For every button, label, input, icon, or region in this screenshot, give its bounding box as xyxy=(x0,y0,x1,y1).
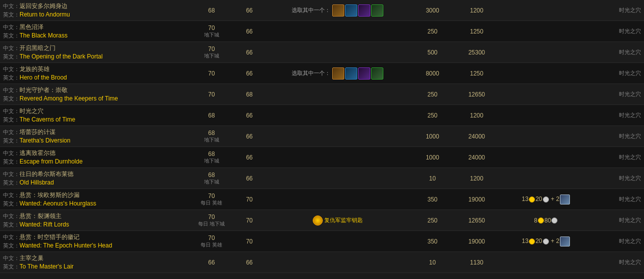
quest-name-cell: 中文：逃离致霍尔德 英文：Escape from Durnholde xyxy=(0,147,190,168)
silver-amount: 20 xyxy=(535,196,542,202)
extra-reward xyxy=(499,84,593,105)
reward-item-icon[interactable] xyxy=(332,4,344,16)
reward-cell xyxy=(265,147,410,168)
reward-cell: 复仇军监牢钥匙 xyxy=(265,210,410,231)
extra-reward: 1320 + 2 xyxy=(499,189,593,210)
money-value: 1200 xyxy=(454,105,498,126)
quest-table-container: 中文：返回安多尔姆身边 英文：Return to Andormu 6866选取其… xyxy=(0,0,644,273)
money-value: 1250 xyxy=(454,63,498,84)
extra-reward xyxy=(499,168,593,189)
rep-value: 1000 xyxy=(410,147,454,168)
quest-en-name: 英文：The Opening of the Dark Portal xyxy=(3,53,187,60)
quest-en-name: 英文：Wanted: Aeonus's Hourglass xyxy=(3,200,187,208)
quest-cn-name: 中文：悬赏：埃欧努斯的沙漏 xyxy=(3,191,187,200)
table-row: 中文：主宰之巢 英文：To The Master's Lair 66661011… xyxy=(0,252,644,273)
building-icon xyxy=(560,236,570,246)
reward-cell: 选取其中一个： xyxy=(265,63,410,84)
quest-level: 68地下城 xyxy=(190,147,234,168)
money-value: 12650 xyxy=(454,210,498,231)
reward-cell: 选取其中一个： xyxy=(265,0,410,21)
quest-level: 68地下城 xyxy=(190,168,234,189)
quest-en-name: 英文：Escape from Durnholde xyxy=(3,158,187,166)
quest-en-name: 英文：Hero of the Brood xyxy=(3,74,187,82)
quest-cn-name: 中文：逃离致霍尔德 xyxy=(3,149,187,158)
reward-cell xyxy=(265,84,410,105)
quest-level: 68地下城 xyxy=(190,126,234,147)
quest-en-name: 英文：Taretha's Diversion xyxy=(3,137,187,144)
silver-coin-icon xyxy=(543,196,549,202)
req-level: 68 xyxy=(234,84,265,105)
reward-item-icon[interactable] xyxy=(358,4,370,16)
gold-coin-icon xyxy=(529,196,535,202)
quest-en-name: 英文：Return to Andormu xyxy=(3,11,187,18)
reward-item-icon[interactable] xyxy=(371,68,383,80)
quest-cn-name: 中文：开启黑暗之门 xyxy=(3,44,187,52)
gold-amount: 13 xyxy=(522,238,528,244)
req-level: 66 xyxy=(234,147,265,168)
faction-name: 时光之穴 xyxy=(593,84,644,105)
silver-amount: 20 xyxy=(535,238,542,244)
req-level: 66 xyxy=(234,21,265,42)
faction-name: 时光之穴 xyxy=(593,63,644,84)
rep-value: 10 xyxy=(410,168,454,189)
quest-cn-name: 中文：龙族的英雄 xyxy=(3,65,187,74)
reward-cell xyxy=(265,126,410,147)
quest-level: 68 xyxy=(190,105,234,126)
extra-reward xyxy=(499,252,593,273)
quest-level: 70 xyxy=(190,84,234,105)
table-row: 中文：黑色沼泽 英文：The Black Morass 70地下城6625012… xyxy=(0,21,644,42)
reward-cell xyxy=(265,105,410,126)
req-level: 70 xyxy=(234,210,265,231)
special-reward-text: 复仇军监牢钥匙 xyxy=(324,217,363,223)
plus-label: + 2 xyxy=(549,196,559,202)
money-value: 19000 xyxy=(454,189,498,210)
extra-reward: 880 xyxy=(499,210,593,231)
money-value: 1200 xyxy=(454,0,498,21)
quest-en-name: 英文：To The Master's Lair xyxy=(3,263,187,270)
rep-value: 250 xyxy=(410,84,454,105)
table-row: 中文：时光守护者：崇敬 英文：Revered Among the Keepers… xyxy=(0,84,644,105)
req-level: 70 xyxy=(234,189,265,210)
reward-item-icon[interactable] xyxy=(332,68,344,80)
reward-item-icon[interactable] xyxy=(371,4,383,16)
quest-table: 中文：返回安多尔姆身边 英文：Return to Andormu 6866选取其… xyxy=(0,0,644,273)
req-level: 66 xyxy=(234,0,265,21)
faction-name: 时光之穴 xyxy=(593,231,644,252)
quest-cn-name: 中文：主宰之巢 xyxy=(3,254,187,262)
gold-coin-icon xyxy=(529,238,535,244)
extra-reward xyxy=(499,0,593,21)
quest-en-name: 英文：Wanted: The Epoch Hunter's Head xyxy=(3,242,187,250)
extra-reward xyxy=(499,147,593,168)
building-icon xyxy=(560,194,570,204)
faction-name: 时光之穴 xyxy=(593,147,644,168)
quest-name-cell: 中文：主宰之巢 英文：To The Master's Lair xyxy=(0,252,190,273)
quest-name-cell: 中文：返回安多尔姆身边 英文：Return to Andormu xyxy=(0,0,190,21)
gold-coin-icon xyxy=(538,218,544,224)
money-value: 12650 xyxy=(454,84,498,105)
quest-name-cell: 中文：时光之穴 英文：The Caverns of Time xyxy=(0,105,190,126)
req-level: 66 xyxy=(234,63,265,84)
faction-name: 时光之穴 xyxy=(593,126,644,147)
reward-item-icon[interactable] xyxy=(345,68,357,80)
quest-cn-name: 中文：悬赏：裂渊领主 xyxy=(3,212,187,220)
reward-cell xyxy=(265,21,410,42)
table-row: 中文：逃离致霍尔德 英文：Escape from Durnholde 68地下城… xyxy=(0,147,644,168)
reward-item-icon[interactable] xyxy=(345,4,357,16)
rep-value: 1000 xyxy=(410,126,454,147)
rep-value: 350 xyxy=(410,231,454,252)
reward-item-icon[interactable] xyxy=(358,68,370,80)
quest-name-cell: 中文：黑色沼泽 英文：The Black Morass xyxy=(0,21,190,42)
quest-en-name: 英文：The Caverns of Time xyxy=(3,116,187,124)
quest-en-name: 英文：Old Hillsbrad xyxy=(3,179,187,186)
money-value: 1250 xyxy=(454,21,498,42)
rep-value: 500 xyxy=(410,42,454,63)
table-row: 中文：塔蕾莎的计谋 英文：Taretha's Diversion 68地下城66… xyxy=(0,126,644,147)
faction-name: 时光之穴 xyxy=(593,210,644,231)
silver-coin-icon xyxy=(543,238,549,244)
req-level: 66 xyxy=(234,168,265,189)
extra-reward xyxy=(499,42,593,63)
quest-level: 70每日 英雄 xyxy=(190,231,234,252)
rep-value: 350 xyxy=(410,189,454,210)
quest-level: 70每日 英雄 xyxy=(190,189,234,210)
faction-name: 时光之穴 xyxy=(593,42,644,63)
